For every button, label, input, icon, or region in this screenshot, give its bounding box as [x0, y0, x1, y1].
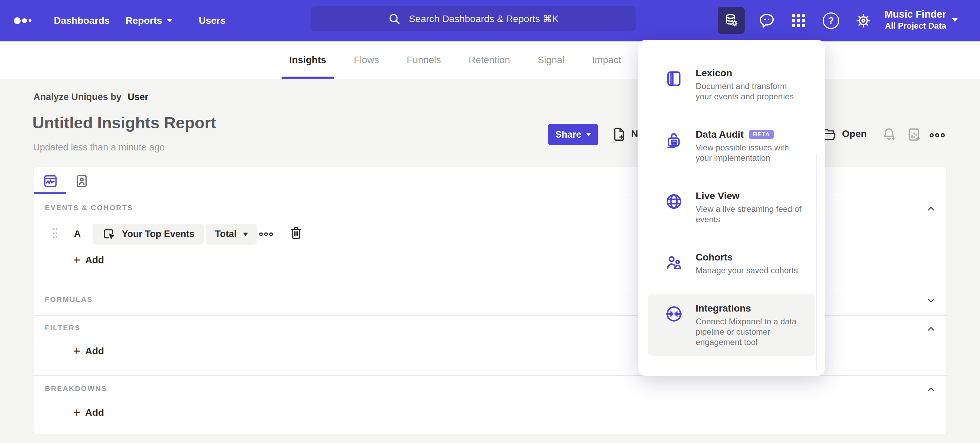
menu-item-integrations[interactable]: Integrations Connect Mixpanel to a data …	[648, 294, 815, 356]
data-audit-title: Data Audit	[696, 129, 744, 140]
open-report-label[interactable]: Open	[842, 129, 867, 140]
tab-flows[interactable]: Flows	[354, 41, 379, 79]
tab-funnels-label: Funnels	[406, 54, 441, 65]
nav-reports[interactable]: Reports	[126, 0, 173, 41]
nav-dashboards[interactable]: Dashboards	[54, 0, 110, 41]
nav-users-label: Users	[199, 15, 226, 26]
filters-collapse-chevron-up-icon[interactable]	[926, 324, 936, 333]
search-icon	[388, 12, 401, 26]
report-tabs: Insights Flows Funnels Retention Signal …	[289, 41, 621, 79]
lexicon-desc: Document and transform your events and p…	[696, 81, 802, 102]
nav-users[interactable]: Users	[199, 0, 226, 41]
add-event-button[interactable]: + Add	[73, 254, 104, 266]
search-input[interactable]: Search Dashboards & Reports ⌘K	[310, 6, 636, 32]
event-selector-button[interactable]: Your Top Events	[93, 224, 204, 245]
share-label: Share	[555, 129, 581, 140]
menu-item-live-view[interactable]: Live View View a live streaming feed of …	[648, 182, 815, 233]
menu-item-text: Integrations Connect Mixpanel to a data …	[696, 303, 802, 348]
new-report-icon[interactable]	[611, 125, 627, 143]
formulas-expand-chevron-down-icon[interactable]	[926, 296, 936, 305]
live-view-globe-icon	[665, 192, 683, 211]
integrations-title: Integrations	[696, 303, 751, 314]
alert-bell-plus-icon[interactable]	[881, 126, 897, 143]
help-button[interactable]: ?	[822, 12, 840, 30]
chevron-down-icon	[167, 19, 173, 22]
menu-item-text: Lexicon Document and transform your even…	[696, 67, 802, 102]
drag-handle-icon[interactable]	[51, 227, 59, 240]
menu-item-lexicon[interactable]: Lexicon Document and transform your even…	[648, 59, 815, 110]
top-nav: Dashboards Reports Users Search Dashboar…	[0, 0, 980, 41]
add-filter-button[interactable]: + Add	[73, 345, 104, 357]
integrations-sync-icon	[665, 305, 683, 323]
menu-item-title: Live View	[696, 190, 802, 202]
formulas-header: FORMULAS	[45, 295, 93, 303]
tab-retention[interactable]: Retention	[469, 41, 510, 79]
project-chevron-down-icon[interactable]	[952, 18, 958, 22]
plus-icon: +	[73, 406, 80, 419]
share-button[interactable]: Share	[548, 124, 598, 145]
more-options-icon[interactable]	[930, 131, 945, 140]
menu-item-title: Cohorts	[696, 251, 802, 263]
tab-funnels[interactable]: Funnels	[406, 41, 441, 79]
metrics-view-tab-icon[interactable]	[43, 173, 58, 189]
app-root: Dashboards Reports Users Search Dashboar…	[0, 0, 980, 443]
menu-item-cohorts[interactable]: Cohorts Manage your saved cohorts	[648, 243, 815, 284]
menu-item-text: Cohorts Manage your saved cohorts	[696, 251, 802, 276]
menu-item-text: Data Audit BETA View possible issues wit…	[696, 129, 802, 163]
nav-dashboards-label: Dashboards	[54, 15, 110, 26]
tab-retention-label: Retention	[469, 54, 510, 65]
chat-face-icon	[758, 12, 776, 30]
menu-scrollbar[interactable]	[816, 154, 817, 370]
analyze-by-value[interactable]: User	[128, 92, 148, 102]
breakdowns-header: BREAKDOWNS	[45, 384, 107, 393]
data-management-button[interactable]	[718, 7, 745, 34]
tab-insights-label: Insights	[289, 54, 326, 65]
metric-name: Total	[215, 229, 237, 240]
settings-button[interactable]	[854, 12, 872, 30]
project-selector[interactable]: Music Finder All Project Data	[885, 8, 946, 31]
event-name: Your Top Events	[122, 229, 195, 240]
metric-selector-button[interactable]: Total	[206, 224, 257, 245]
event-row-more-icon[interactable]	[259, 230, 273, 238]
project-scope: All Project Data	[885, 21, 946, 31]
tab-flows-label: Flows	[354, 54, 379, 65]
add-filter-label: Add	[85, 346, 104, 357]
menu-item-text: Live View View a live streaming feed of …	[696, 190, 802, 225]
tab-signal[interactable]: Signal	[538, 41, 565, 79]
report-tabbar: Insights Flows Funnels Retention Signal …	[0, 41, 980, 79]
breakdowns-collapse-chevron-up-icon[interactable]	[926, 385, 936, 394]
filters-header: FILTERS	[45, 324, 80, 332]
plus-icon: +	[73, 345, 80, 357]
updated-timestamp: Updated less than a minute ago	[33, 142, 165, 153]
tab-signal-label: Signal	[538, 54, 565, 65]
tab-impact[interactable]: Impact	[592, 41, 621, 79]
integrations-desc: Connect Mixpanel to a data pipeline or c…	[696, 316, 802, 348]
live-view-title: Live View	[696, 190, 740, 202]
cohorts-people-icon	[665, 254, 683, 272]
analyze-by-label: Analyze Uniques by	[33, 92, 121, 102]
add-to-dashboard-icon[interactable]	[906, 126, 923, 143]
feedback-button[interactable]	[758, 12, 776, 30]
events-cohorts-header: EVENTS & COHORTS	[45, 203, 133, 212]
share-chevron-down-icon	[586, 133, 591, 136]
event-row-letter: A	[74, 229, 81, 240]
menu-item-data-audit[interactable]: Data Audit BETA View possible issues wit…	[648, 121, 815, 171]
delete-event-trash-icon[interactable]	[288, 224, 304, 241]
mixpanel-logo-icon[interactable]	[13, 13, 34, 29]
analyze-by-row: Analyze Uniques by User	[33, 92, 148, 102]
event-cursor-icon	[102, 227, 116, 241]
menu-item-title: Integrations	[696, 303, 802, 314]
menu-item-title: Lexicon	[696, 67, 802, 79]
search-placeholder: Search Dashboards & Reports ⌘K	[409, 13, 559, 24]
database-gear-icon	[723, 12, 740, 29]
beta-badge: BETA	[749, 130, 774, 139]
lexicon-book-icon	[665, 69, 683, 88]
add-event-label: Add	[85, 255, 104, 266]
tab-impact-label: Impact	[592, 54, 621, 65]
events-collapse-chevron-up-icon[interactable]	[926, 204, 936, 213]
tab-insights[interactable]: Insights	[289, 41, 326, 79]
profiles-view-tab-icon[interactable]	[74, 173, 90, 189]
apps-grid-button[interactable]	[789, 12, 807, 30]
add-breakdown-button[interactable]: + Add	[73, 406, 104, 419]
cohorts-title: Cohorts	[696, 251, 733, 263]
